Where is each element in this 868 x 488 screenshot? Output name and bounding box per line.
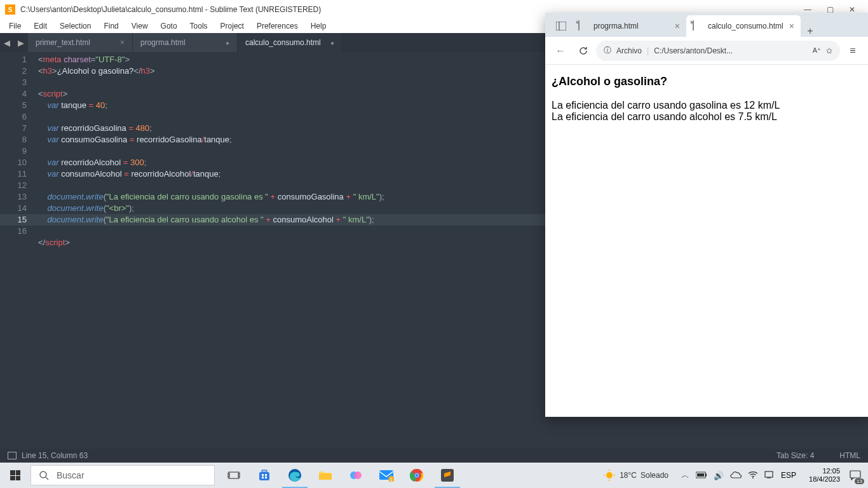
windows-taskbar: Buscar 1 18°C Soleado [0,463,868,488]
taskview-icon[interactable] [219,463,249,488]
back-button[interactable]: ← [550,41,571,61]
svg-point-33 [752,477,754,478]
edge-tabbar: progrma.html × calculo_consumo.html × + [545,13,868,37]
svg-rect-12 [265,477,267,478]
chevron-up-icon[interactable]: ︿ [681,470,689,481]
volume-icon[interactable]: 🔊 [714,471,724,480]
favorite-icon[interactable]: ✩ [826,46,832,55]
svg-rect-9 [262,474,264,476]
search-icon [39,470,49,480]
menu-project[interactable]: Project [214,20,250,32]
cursor-position: Line 15, Column 63 [22,451,88,460]
tab-close-icon[interactable]: × [675,21,680,31]
menu-goto[interactable]: Goto [154,20,184,32]
svg-point-25 [606,472,613,478]
clock[interactable]: 12:05 18/4/2023 [809,467,840,484]
output-line-1: La eficiencia del carro usando gasolina … [552,100,862,111]
menu-file[interactable]: File [3,20,27,32]
menu-edit[interactable]: Edit [27,20,53,32]
tab-close-icon[interactable]: × [120,38,125,47]
tab-progrma[interactable]: progrma.html [133,33,238,52]
menu-preferences[interactable]: Preferences [250,20,304,32]
svg-point-2 [40,471,46,478]
edge-window: progrma.html × calculo_consumo.html × + … [545,13,868,417]
chrome-icon[interactable] [402,463,432,488]
sun-icon [603,469,616,482]
tab-prev-icon[interactable]: ◀ [4,38,10,48]
battery-icon[interactable] [696,471,707,480]
svg-rect-32 [697,473,704,477]
system-tray[interactable]: ︿ 🔊 [681,470,773,481]
onedrive-icon[interactable] [730,471,742,480]
menu-view[interactable]: View [125,20,154,32]
svg-rect-0 [556,22,566,30]
screen-snip-icon[interactable] [764,471,773,480]
windows-logo-icon [10,470,20,480]
menu-tools[interactable]: Tools [184,20,214,32]
svg-rect-8 [262,470,267,472]
edge-tab-calculo[interactable]: calculo_consumo.html × [686,15,801,37]
sublime-taskbar-icon[interactable] [432,463,463,488]
sublime-app-icon: S [5,4,15,15]
reader-mode-icon[interactable]: A⁺ [813,46,821,55]
document-icon [693,21,703,31]
svg-rect-36 [850,471,860,478]
tab-size[interactable]: Tab Size: 4 [776,451,814,460]
page-heading: ¿Alcohol o gasolina? [552,75,862,88]
edge-icon[interactable] [280,463,310,488]
svg-point-23 [416,474,419,477]
new-tab-button[interactable]: + [801,25,820,37]
svg-text:1: 1 [390,477,393,482]
info-icon[interactable]: ⓘ [604,45,611,56]
svg-rect-31 [705,473,707,477]
svg-rect-10 [265,474,267,476]
svg-point-16 [354,471,362,479]
tab-actions-icon[interactable] [550,15,572,37]
file-explorer-icon[interactable] [310,463,341,488]
collections-icon[interactable]: ≡ [843,41,863,61]
svg-rect-11 [262,477,264,478]
wifi-icon[interactable] [748,471,758,480]
syntax-mode[interactable]: HTML [839,451,860,460]
svg-rect-34 [765,471,773,477]
sublime-statusbar: Line 15, Column 63 Tab Size: 4 HTML [0,449,868,463]
notifications-icon[interactable]: 13 [848,468,863,483]
document-icon [578,21,588,31]
menu-selection[interactable]: Selection [53,20,97,32]
weather-widget[interactable]: 18°C Soleado [603,469,668,482]
mail-icon[interactable]: 1 [371,463,402,488]
tab-nav-arrows[interactable]: ◀ ▶ [0,38,28,48]
taskbar-search[interactable]: Buscar [31,465,215,485]
svg-line-3 [46,477,48,480]
svg-rect-14 [319,473,332,480]
edge-toolbar: ← ⓘ Archivo | C:/Users/anton/Deskt... A⁺… [545,37,868,65]
tab-close-icon[interactable]: × [789,21,794,31]
microsoft-store-icon[interactable] [249,463,280,488]
tab-next-icon[interactable]: ▶ [18,38,24,48]
tab-primer-text[interactable]: primer_text.html × [28,33,133,52]
output-line-2: La eficiencia del carro usando alcohol e… [552,111,862,123]
sidebar-toggle-icon[interactable] [8,452,17,459]
language-indicator[interactable]: ESP [781,471,796,480]
svg-rect-7 [259,472,269,480]
svg-rect-4 [229,472,239,478]
copilot-icon[interactable] [341,463,371,488]
address-bar[interactable]: ⓘ Archivo | C:/Users/anton/Deskt... A⁺ ✩ [596,41,840,61]
tab-calculo-consumo[interactable]: calculo_consumo.html [238,33,342,52]
start-button[interactable] [0,463,31,488]
page-content: ¿Alcohol o gasolina? La eficiencia del c… [545,65,868,417]
line-gutter: 12345678910111213141516 [0,52,33,449]
menu-find[interactable]: Find [97,20,125,32]
edge-tab-progrma[interactable]: progrma.html × [572,15,686,37]
refresh-button[interactable] [573,41,593,61]
menu-help[interactable]: Help [304,20,333,32]
